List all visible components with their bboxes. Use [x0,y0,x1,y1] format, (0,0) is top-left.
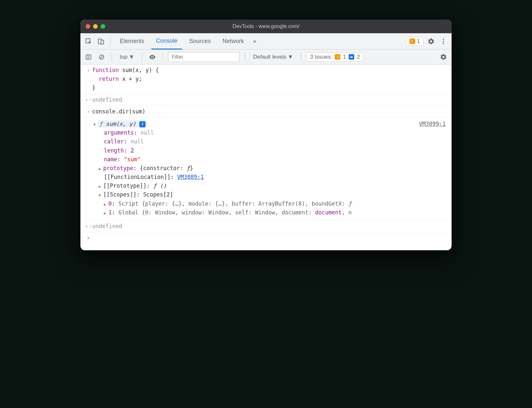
prop-arguments[interactable]: arguments: null [84,128,448,137]
expand-arrow-icon[interactable] [93,120,98,128]
info-icon: ➜ [349,54,354,60]
issues-summary[interactable]: 3 Issues: ! 1 ➜ 2 [306,52,363,62]
devtools-window: DevTools - www.google.com/ Elements Cons… [80,20,452,250]
svg-rect-2 [101,40,104,44]
prop-name[interactable]: name: "sum" [84,155,448,164]
svg-rect-6 [86,55,91,59]
warning-count: 1 [417,38,420,45]
log-levels-selector[interactable]: Default levels ▼ [250,52,296,62]
warnings-badge[interactable]: ! 1 [406,37,424,46]
result-value: undefined [92,95,448,104]
scope-1[interactable]: 1: Global {0: Window, window: Window, se… [84,208,448,217]
expand-arrow-icon[interactable] [104,199,108,208]
more-icon[interactable] [439,36,448,46]
zoom-icon[interactable] [101,24,105,29]
info-icon[interactable]: i [139,121,146,127]
expand-arrow-icon[interactable] [99,182,103,190]
console-prompt[interactable]: › [80,232,452,250]
prompt-marker-icon: › [84,234,92,242]
divider [142,53,142,61]
chevron-down-icon: ▼ [288,54,293,60]
tabs-bar: Elements Console Sources Network » ! 1 [80,33,452,50]
warning-icon: ! [335,54,340,60]
console-output: › function sum(x, y) { return x + y; } ‹… [80,65,452,250]
close-icon[interactable] [86,24,90,29]
prop-caller[interactable]: caller: null [84,137,448,146]
divider [162,53,163,61]
divider [110,37,111,46]
filter-input[interactable] [168,52,240,62]
input-marker-icon: › [84,107,92,116]
console-input-row[interactable]: › console.dir(sum) [80,106,452,118]
tab-sources[interactable]: Sources [185,33,215,50]
console-settings-icon[interactable] [439,52,448,62]
console-result-row: ‹· undefined [80,221,452,232]
console-dir-output: VM3099:1 ƒ sum(x, y) i arguments: null c… [80,118,452,221]
prompt-input[interactable] [92,234,448,242]
prop-function-location[interactable]: [[FunctionLocation]]: VM3089:1 [84,173,448,182]
code-input: function sum(x, y) { return x + y; } [92,66,448,93]
prop-length[interactable]: length: 2 [84,146,448,155]
console-toolbar: top ▼ Default levels ▼ 3 Issues: ! 1 ➜ 2 [80,50,452,65]
live-expression-icon[interactable] [147,52,157,62]
titlebar: DevTools - www.google.com/ [80,20,452,33]
output-marker-icon: ‹· [84,95,92,104]
window-title: DevTools - www.google.com/ [80,23,452,29]
scope-0[interactable]: 0: Script {player: {…}, module: {…}, buf… [84,199,448,208]
source-link[interactable]: VM3099:1 [419,120,446,128]
sidebar-toggle-icon[interactable] [84,52,93,62]
inspect-icon[interactable] [84,36,93,46]
minimize-icon[interactable] [93,24,98,29]
issues-warn-count: 1 [343,54,346,60]
prop-prototype[interactable]: prototype: {constructor: ƒ} [84,164,448,173]
divider [112,53,112,61]
console-result-row: ‹· undefined [80,94,452,106]
divider [301,53,301,61]
svg-point-5 [443,43,444,44]
device-toggle-icon[interactable] [96,36,106,46]
expand-arrow-icon[interactable] [104,208,108,217]
output-marker-icon: ‹· [84,222,92,231]
issues-info-count: 2 [357,54,360,60]
code-input: console.dir(sum) [92,107,448,116]
context-label: top [120,54,128,60]
tab-network[interactable]: Network [218,33,248,50]
input-marker-icon: › [84,66,92,93]
window-controls [86,24,105,29]
clear-console-icon[interactable] [97,52,106,62]
warning-icon: ! [410,38,415,44]
tab-console[interactable]: Console [151,33,182,50]
context-selector[interactable]: top ▼ [117,52,137,62]
levels-label: Default levels [253,54,286,60]
tabs-overflow-icon[interactable]: » [251,33,258,50]
svg-point-4 [443,41,444,42]
expand-arrow-icon[interactable] [99,190,103,199]
settings-icon[interactable] [426,36,436,46]
svg-point-3 [443,38,444,40]
console-input-row[interactable]: › function sum(x, y) { return x + y; } [80,65,452,94]
divider [245,53,245,61]
result-value: undefined [92,222,448,231]
prop-scopes[interactable]: [[Scopes]]: Scopes[2] [84,190,448,199]
issues-label: 3 Issues: [310,54,332,60]
vm-link[interactable]: VM3089:1 [177,174,204,180]
expand-arrow-icon[interactable] [99,164,103,173]
prop-prototype-internal[interactable]: [[Prototype]]: ƒ () [84,182,448,190]
tab-elements[interactable]: Elements [115,33,149,50]
chevron-down-icon: ▼ [129,54,134,60]
object-header[interactable]: ƒ sum(x, y) i [84,120,448,128]
